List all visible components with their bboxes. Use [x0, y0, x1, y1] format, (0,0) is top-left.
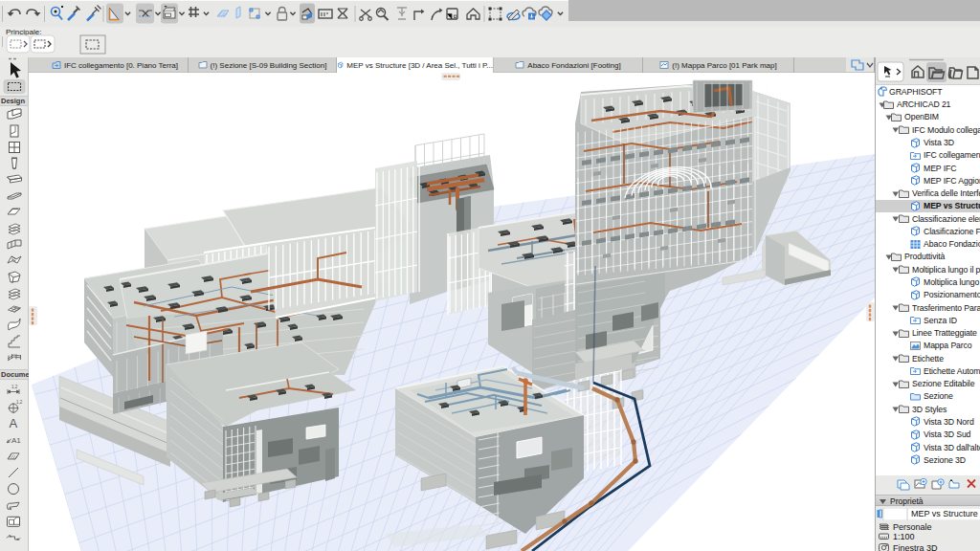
svg-text:A1: A1 [11, 436, 21, 445]
svg-text:1,2: 1,2 [16, 400, 23, 405]
svg-text:A: A [10, 416, 18, 430]
svg-text:1,2: 1,2 [11, 385, 18, 389]
